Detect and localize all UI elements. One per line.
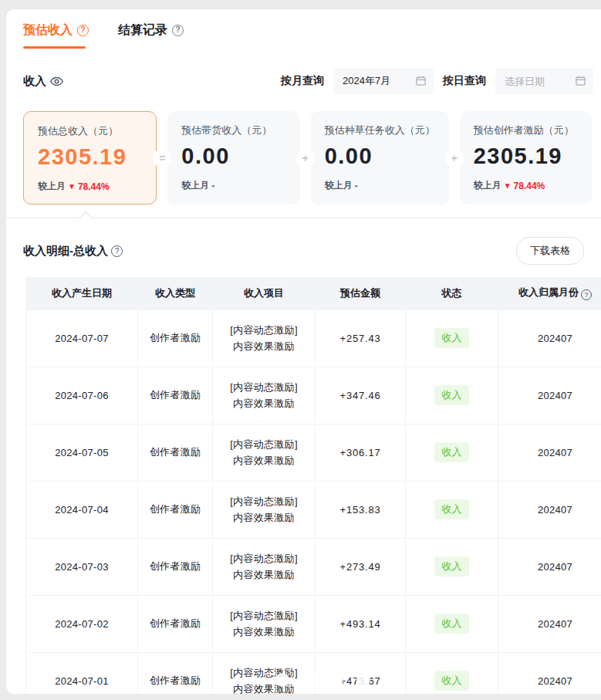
selected-card-caret <box>79 211 93 225</box>
eye-icon[interactable] <box>50 75 63 88</box>
table-row: 2024-07-04 创作者激励 [内容动态激励]内容效果激励 +153.83 … <box>26 481 601 538</box>
cell-date: 2024-07-01 <box>26 652 138 694</box>
cell-project: [内容动态激励]内容效果激励 <box>213 538 316 595</box>
status-badge: 收入 <box>434 385 469 405</box>
card-compare: 较上月 ▼ 78.44% <box>474 179 578 192</box>
tab-estimated-income[interactable]: 预估收入 ? <box>23 22 89 49</box>
cell-amount: +347.46 <box>316 367 406 424</box>
stat-cards: 预估总收入（元） 2305.19 较上月 ▼ 78.44% = 预估带货收入（元… <box>23 111 592 205</box>
card-compare: 较上月 ▼ 78.44% <box>38 180 142 193</box>
cell-status: 收入 <box>406 595 498 652</box>
detail-title-label: 收入明细-总收入 <box>23 244 108 259</box>
table-row: 2024-07-02 创作者激励 [内容动态激励]内容效果激励 +493.14 … <box>26 595 601 652</box>
help-icon[interactable]: ? <box>111 245 123 257</box>
cell-type: 创作者激励 <box>138 367 213 424</box>
status-badge: 收入 <box>434 671 469 691</box>
compare-label: 较上月 <box>38 180 66 193</box>
tab-estimated-income-label: 预估收入 <box>23 22 73 39</box>
compare-label: 较上月 <box>474 179 501 192</box>
table-row: 2024-07-03 创作者激励 [内容动态激励]内容效果激励 +273.49 … <box>26 538 601 595</box>
card-task-income[interactable]: 预估种草任务收入（元） 0.00 较上月 - <box>311 111 449 205</box>
card-value: 2305.19 <box>38 144 142 170</box>
calendar-icon <box>415 75 427 86</box>
cell-amount: +273.49 <box>316 538 406 595</box>
cell-amount: +153.83 <box>316 481 406 538</box>
cell-date: 2024-07-06 <box>26 367 138 424</box>
cell-month: 202407 <box>498 424 601 481</box>
cell-date: 2024-07-07 <box>26 309 138 367</box>
cell-date: 2024-07-03 <box>26 538 138 595</box>
card-title: 预估种草任务收入（元） <box>325 123 435 137</box>
card-value: 0.00 <box>325 144 435 169</box>
col-status: 状态 <box>406 277 498 309</box>
compare-label: 较上月 <box>181 179 209 192</box>
equals-operator-icon: = <box>153 149 171 167</box>
cell-type: 创作者激励 <box>138 481 213 538</box>
compare-label: 较上月 <box>325 179 353 192</box>
cell-amount: +473.67 <box>316 652 406 694</box>
table-row: 2024-07-05 创作者激励 [内容动态激励]内容效果激励 +306.17 … <box>26 424 601 481</box>
table-header-row: 收入产生日期 收入类型 收入项目 预估金额 状态 收入归属月份? <box>26 277 601 309</box>
card-title: 预估总收入（元） <box>38 124 142 138</box>
status-badge: 收入 <box>434 328 469 348</box>
cell-amount: +306.17 <box>316 424 406 481</box>
cell-date: 2024-07-02 <box>26 595 138 652</box>
cell-type: 创作者激励 <box>138 309 213 367</box>
cell-status: 收入 <box>406 538 498 595</box>
compare-value: 78.44% <box>514 181 545 191</box>
calendar-icon <box>575 75 586 86</box>
income-title-label: 收入 <box>23 74 46 89</box>
cell-type: 创作者激励 <box>138 595 213 652</box>
plus-operator-icon: + <box>445 149 464 167</box>
tab-settlement-records-label: 结算记录 <box>118 22 167 39</box>
status-badge: 收入 <box>434 614 469 634</box>
main-panel: 预估收入 ? 结算记录 ? 收入 按月查询 按日查询 <box>6 9 601 694</box>
cell-date: 2024-07-05 <box>26 424 138 481</box>
income-table: 收入产生日期 收入类型 收入项目 预估金额 状态 收入归属月份? 2024-07… <box>25 277 601 694</box>
cell-status: 收入 <box>406 309 498 367</box>
card-total-income[interactable]: 预估总收入（元） 2305.19 较上月 ▼ 78.44% <box>23 111 157 205</box>
monthly-query-label: 按月查询 <box>281 74 324 88</box>
income-header-row: 收入 按月查询 按日查询 <box>23 68 593 94</box>
cell-type: 创作者激励 <box>138 424 213 481</box>
col-project: 收入项目 <box>213 277 316 309</box>
download-table-button[interactable]: 下载表格 <box>516 237 584 265</box>
card-value: 0.00 <box>181 144 285 169</box>
day-picker <box>495 68 593 94</box>
income-section-title: 收入 <box>23 74 63 89</box>
cell-type: 创作者激励 <box>138 652 213 694</box>
detail-header: 收入明细-总收入 ? 下载表格 <box>23 237 584 265</box>
cell-amount: +257.43 <box>316 309 406 367</box>
help-icon[interactable]: ? <box>77 25 89 36</box>
col-month: 收入归属月份? <box>498 277 601 309</box>
card-creator-incentive[interactable]: 预估创作者激励（元） 2305.19 较上月 ▼ 78.44% <box>460 111 592 205</box>
compare-value: - <box>355 181 358 191</box>
col-type: 收入类型 <box>138 277 213 309</box>
table-row: 2024-07-07 创作者激励 [内容动态激励]内容效果激励 +257.43 … <box>26 309 601 367</box>
card-goods-income[interactable]: 预估带货收入（元） 0.00 较上月 - <box>167 111 299 205</box>
query-group: 按月查询 按日查询 <box>281 68 593 94</box>
cell-month: 202407 <box>498 595 601 652</box>
card-value: 2305.19 <box>474 144 578 169</box>
card-compare: 较上月 - <box>181 179 285 192</box>
card-title: 预估创作者激励（元） <box>474 123 578 137</box>
cell-project: [内容动态激励]内容效果激励 <box>213 424 316 481</box>
compare-value: 78.44% <box>78 181 110 192</box>
cell-month: 202407 <box>498 481 601 538</box>
status-badge: 收入 <box>434 499 469 519</box>
col-amount: 预估金额 <box>316 277 406 309</box>
cell-date: 2024-07-04 <box>26 481 138 538</box>
detail-section-title: 收入明细-总收入 ? <box>23 244 123 259</box>
cell-project: [内容动态激励]内容效果激励 <box>213 367 316 424</box>
tab-settlement-records[interactable]: 结算记录 ? <box>118 22 184 49</box>
month-picker <box>333 68 434 94</box>
compare-value: - <box>211 181 214 191</box>
cell-project: [内容动态激励]内容效果激励 <box>213 309 316 367</box>
help-icon[interactable]: ? <box>172 25 184 36</box>
help-icon[interactable]: ? <box>581 289 592 300</box>
cell-month: 202407 <box>498 367 601 424</box>
table-row: 2024-07-06 创作者激励 [内容动态激励]内容效果激励 +347.46 … <box>26 367 601 424</box>
cell-month: 202407 <box>498 538 601 595</box>
table-row: 2024-07-01 创作者激励 [内容动态激励]内容效果激励 +473.67 … <box>26 652 601 694</box>
section-divider <box>6 218 601 218</box>
